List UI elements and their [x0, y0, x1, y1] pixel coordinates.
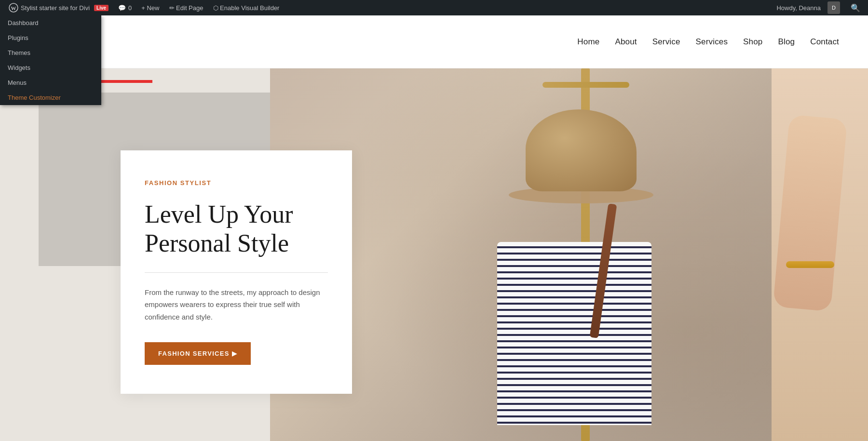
nav-contact[interactable]: Contact	[810, 37, 839, 47]
nav-shop[interactable]: Shop	[743, 37, 762, 47]
divi-item[interactable]: ⬡ Enable Visual Builder	[208, 0, 285, 15]
wp-logo-item[interactable]: W Stylist starter site for Divi Live	[4, 0, 113, 15]
dropdown-item-themes[interactable]: Themes	[0, 45, 101, 60]
edit-page-label: ✏ Edit Page	[169, 4, 203, 12]
right-partial	[772, 68, 868, 441]
dropdown-item-widgets[interactable]: Widgets	[0, 60, 101, 75]
live-badge: Live	[94, 5, 108, 11]
shirt	[497, 242, 651, 425]
dropdown-item-dashboard[interactable]: Dashboard	[0, 15, 101, 30]
howdy-text: Howdy, Deanna	[776, 4, 821, 12]
right-bracelet	[786, 261, 834, 268]
dropdown-item-theme-customizer[interactable]: Theme Customizer	[0, 90, 101, 105]
coat-rack-bar	[542, 82, 629, 88]
dropdown-item-plugins[interactable]: Plugins	[0, 30, 101, 45]
nav-blog[interactable]: Blog	[778, 37, 795, 47]
cta-button[interactable]: Fashion Services ▶	[145, 342, 251, 365]
nav-about[interactable]: About	[615, 37, 637, 47]
content-card: Fashion Stylist Level Up Your Personal S…	[121, 150, 352, 394]
admin-bar: W Stylist starter site for Divi Live 💬 0…	[0, 0, 868, 15]
new-item[interactable]: + New	[136, 0, 164, 15]
card-subtitle: Fashion Stylist	[145, 179, 328, 187]
card-title: Level Up Your Personal Style	[145, 200, 328, 258]
site-header: D Home About Service Services Shop Blog …	[0, 15, 868, 68]
hero-section: Fashion Stylist Level Up Your Personal S…	[0, 68, 868, 441]
comment-count: 0	[128, 4, 132, 12]
card-divider	[145, 272, 328, 273]
nav-home[interactable]: Home	[577, 37, 599, 47]
avatar[interactable]: D	[823, 0, 845, 15]
site-nav: Home About Service Services Shop Blog Co…	[577, 37, 839, 47]
svg-text:W: W	[11, 5, 16, 11]
site-title: Stylist starter site for Divi	[21, 4, 90, 12]
comment-icon: 💬	[118, 4, 126, 12]
nav-service[interactable]: Service	[652, 37, 680, 47]
hat	[518, 107, 644, 203]
right-figure-arm	[773, 115, 847, 312]
search-icon[interactable]: 🔍	[847, 3, 864, 13]
card-body: From the runway to the streets, my appro…	[145, 286, 328, 323]
dropdown-item-menus[interactable]: Menus	[0, 75, 101, 90]
new-label: + New	[141, 4, 159, 12]
nav-services[interactable]: Services	[696, 37, 728, 47]
title-line1: Level Up Your	[145, 200, 293, 228]
appearance-dropdown: Dashboard Plugins Themes Widgets Menus T…	[0, 15, 101, 105]
title-line2: Personal Style	[145, 229, 289, 257]
divi-label: ⬡ Enable Visual Builder	[213, 4, 280, 12]
comments-item[interactable]: 💬 0	[113, 0, 136, 15]
edit-page-item[interactable]: ✏ Edit Page	[164, 0, 208, 15]
